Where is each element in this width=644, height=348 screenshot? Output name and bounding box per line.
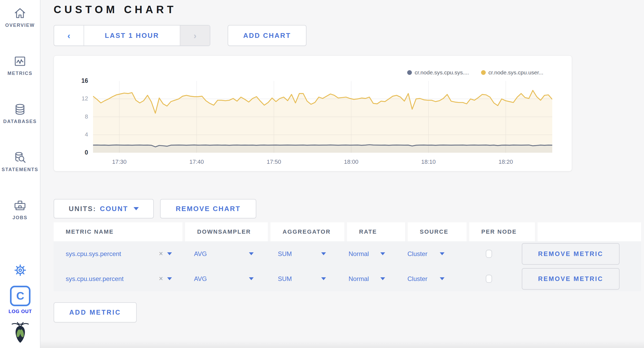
caret-down-icon <box>440 252 444 255</box>
caret-down-icon <box>167 277 172 280</box>
cockroach-c-logo-icon: C <box>10 286 30 306</box>
cockroach-bug-logo-icon <box>11 320 30 344</box>
caret-down-icon <box>321 252 326 255</box>
legend-item-user[interactable]: cr.node.sys.cpu.user... <box>481 69 543 76</box>
y-axis-labels: 1612840 <box>69 81 88 153</box>
column-header-per-node: PER NODE <box>469 222 535 241</box>
time-window-range-button[interactable]: LAST 1 HOUR <box>84 25 180 45</box>
caret-down-icon <box>249 277 254 280</box>
x-axis-tick-label: 18:00 <box>344 158 358 165</box>
rate-select[interactable]: Normal <box>339 250 397 258</box>
legend-dot-user-icon <box>481 70 486 75</box>
sidebar-item-databases[interactable]: DATABASES <box>0 103 40 124</box>
downsampler-select[interactable]: AVG <box>182 250 265 258</box>
sidebar-item-jobs[interactable]: JOBS <box>0 199 40 221</box>
metric-name-value: sys.cpu.sys.percent <box>66 250 121 258</box>
add-chart-button[interactable]: ADD CHART <box>228 25 306 46</box>
metric-name-select[interactable]: sys.cpu.user.percent × <box>54 275 182 283</box>
logout-button[interactable]: C LOG OUT <box>9 286 32 314</box>
aggregator-select[interactable]: SUM <box>265 250 339 258</box>
chart-card: cr.node.sys.cpu.sys.... cr.node.sys.cpu.… <box>54 55 572 171</box>
legend-label: cr.node.sys.cpu.user... <box>488 69 543 76</box>
metrics-chart-icon <box>13 54 27 68</box>
table-body: sys.cpu.sys.percent × AVG SUM Normal <box>54 241 641 291</box>
column-header-rate: RATE <box>347 222 405 241</box>
units-label: UNITS: <box>69 205 96 213</box>
per-node-checkbox[interactable] <box>486 275 492 283</box>
x-axis-tick-label: 18:10 <box>421 158 436 165</box>
remove-chart-button[interactable]: REMOVE CHART <box>160 199 256 218</box>
page-title: CUSTOM CHART <box>54 4 644 16</box>
metric-name-value: sys.cpu.user.percent <box>66 275 124 283</box>
source-select[interactable]: Cluster <box>397 275 456 283</box>
database-icon <box>13 103 27 116</box>
caret-down-icon <box>134 207 139 210</box>
timeseries-plot <box>93 81 552 153</box>
time-range-label: LAST 1 HOUR <box>105 32 159 40</box>
y-axis-tick-label: 16 <box>69 77 88 84</box>
caret-down-icon <box>321 277 326 280</box>
y-axis-tick-label: 8 <box>69 113 88 120</box>
settings-gear-icon[interactable] <box>13 263 27 278</box>
sidebar-item-statements[interactable]: STATEMENTS <box>0 151 40 172</box>
sidebar: OVERVIEW METRICS DATABASES <box>0 0 40 348</box>
downsampler-value: AVG <box>194 250 207 258</box>
legend-dot-sys-icon <box>407 70 412 75</box>
source-select[interactable]: Cluster <box>397 250 456 258</box>
metric-name-select[interactable]: sys.cpu.sys.percent × <box>54 250 182 258</box>
remove-metric-button[interactable]: REMOVE METRIC <box>522 243 620 265</box>
aggregator-value: SUM <box>278 275 292 283</box>
sidebar-item-metrics[interactable]: METRICS <box>0 54 40 76</box>
actions-cell: REMOVE METRIC <box>522 268 625 290</box>
remove-metric-button[interactable]: REMOVE METRIC <box>522 268 620 290</box>
controls-row: ‹ LAST 1 HOUR › ADD CHART <box>54 25 644 46</box>
time-window-prev-button[interactable]: ‹ <box>54 25 84 45</box>
column-header-actions <box>538 222 641 241</box>
x-axis-tick-label: 18:20 <box>498 158 513 165</box>
downsampler-value: AVG <box>194 275 207 283</box>
rate-value: Normal <box>349 275 369 283</box>
y-axis-tick-label: 0 <box>69 149 88 156</box>
clear-metric-icon[interactable]: × <box>159 250 163 257</box>
sidebar-item-overview[interactable]: OVERVIEW <box>0 6 40 28</box>
units-row: UNITS: COUNT REMOVE CHART <box>54 199 644 218</box>
per-node-cell <box>456 275 522 283</box>
chevron-right-icon: › <box>193 31 196 40</box>
aggregator-select[interactable]: SUM <box>265 275 339 283</box>
add-metric-button[interactable]: ADD METRIC <box>54 302 137 323</box>
actions-cell: REMOVE METRIC <box>522 243 625 265</box>
clear-metric-icon[interactable]: × <box>159 275 163 282</box>
downsampler-select[interactable]: AVG <box>182 275 265 283</box>
sidebar-item-label: STATEMENTS <box>2 167 38 172</box>
y-axis-tick-label: 4 <box>69 131 88 138</box>
x-axis-tick-label: 17:40 <box>189 158 204 165</box>
source-value: Cluster <box>407 250 427 258</box>
legend-item-sys[interactable]: cr.node.sys.cpu.sys.... <box>407 69 469 76</box>
units-value: COUNT <box>100 205 128 213</box>
metrics-table: METRIC NAME DOWNSAMPLER AGGREGATOR RATE … <box>54 222 641 291</box>
table-row: sys.cpu.user.percent × AVG SUM Normal <box>54 266 641 291</box>
source-value: Cluster <box>407 275 427 283</box>
column-header-downsampler: DOWNSAMPLER <box>185 222 268 241</box>
x-axis-tick-label: 17:50 <box>267 158 281 165</box>
table-header-row: METRIC NAME DOWNSAMPLER AGGREGATOR RATE … <box>54 222 641 241</box>
caret-down-icon <box>380 252 385 255</box>
per-node-cell <box>456 250 522 258</box>
caret-down-icon <box>440 277 444 280</box>
chevron-left-icon: ‹ <box>67 31 70 40</box>
per-node-checkbox[interactable] <box>486 250 492 258</box>
main-content: CUSTOM CHART ‹ LAST 1 HOUR › ADD CHART c… <box>40 0 644 348</box>
legend-label: cr.node.sys.cpu.sys.... <box>415 69 469 76</box>
column-header-metric-name: METRIC NAME <box>54 222 182 241</box>
x-axis-labels: 17:3017:4017:5018:0018:1018:20 <box>93 158 552 166</box>
time-window-next-button[interactable]: › <box>180 25 210 45</box>
sidebar-item-label: JOBS <box>12 215 27 221</box>
units-dropdown[interactable]: UNITS: COUNT <box>54 199 154 218</box>
chart-legend: cr.node.sys.cpu.sys.... cr.node.sys.cpu.… <box>407 69 543 76</box>
rate-select[interactable]: Normal <box>339 275 397 283</box>
x-axis-tick-label: 17:30 <box>112 158 126 165</box>
sidebar-item-label: DATABASES <box>3 119 37 124</box>
time-window-selector: ‹ LAST 1 HOUR › <box>54 25 210 46</box>
table-row: sys.cpu.sys.percent × AVG SUM Normal <box>54 241 641 266</box>
column-header-aggregator: AGGREGATOR <box>270 222 344 241</box>
